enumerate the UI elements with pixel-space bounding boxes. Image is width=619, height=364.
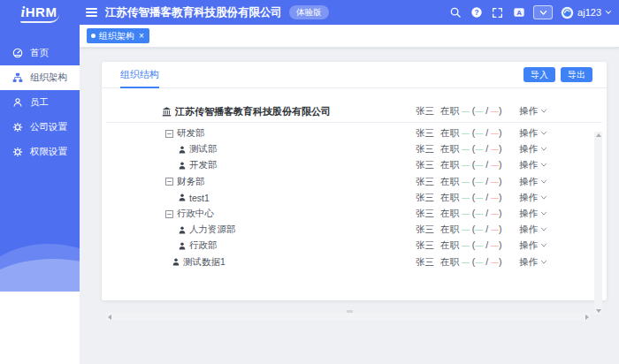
- main-content-area: 组织架构 × 组织结构 导入 导出 江苏传智播客教育科技股份有限公司 张三 在职…: [80, 25, 619, 364]
- username: aj123: [577, 7, 601, 18]
- sidebar-wave-decoration: [0, 259, 80, 292]
- company-title: 江苏传智播客教育科技股份有限公司: [105, 5, 282, 20]
- theme-dropdown[interactable]: [533, 5, 553, 19]
- sidebar-item-label: 员工: [30, 96, 49, 109]
- scroll-right-arrow[interactable]: [585, 315, 589, 320]
- action-label: 操作: [519, 127, 538, 140]
- actions-dropdown[interactable]: 操作: [519, 208, 547, 220]
- user-menu[interactable]: aj123: [561, 6, 612, 19]
- export-button[interactable]: 导出: [561, 67, 592, 82]
- sidebar-item-company-settings[interactable]: 公司设置: [0, 115, 80, 140]
- manager-name: 张三: [416, 208, 434, 220]
- person-icon: [179, 226, 186, 234]
- action-label: 操作: [519, 176, 538, 188]
- chevron-down-icon: [540, 260, 547, 265]
- chevron-down-icon: [540, 163, 547, 168]
- table-row: 研发部 张三 在职 — (— / —) 操作: [102, 125, 607, 141]
- hamburger-icon[interactable]: [86, 8, 97, 17]
- manager-name: 张三: [416, 176, 434, 188]
- tag-label: 组织架构: [99, 30, 134, 42]
- department-name: test1: [189, 193, 210, 203]
- manager-name: 张三: [416, 143, 434, 155]
- table-row: 测试部 张三 在职 — (— / —) 操作: [102, 141, 607, 157]
- search-icon[interactable]: [448, 6, 462, 19]
- action-label: 操作: [519, 256, 538, 269]
- svg-text:?: ?: [474, 8, 478, 17]
- actions-dropdown[interactable]: 操作: [519, 127, 547, 140]
- employment-status: 在职 — (— / —): [440, 127, 502, 140]
- employment-status: 在职 — (— / —): [440, 239, 502, 252]
- person-icon: [172, 258, 180, 266]
- department-name: 测试数据1: [183, 256, 225, 269]
- employment-status: 在职 — (— / —): [440, 208, 502, 220]
- tag-close-icon[interactable]: ×: [138, 32, 145, 41]
- card-header: 组织结构 导入 导出: [102, 62, 607, 88]
- table-row: test1 张三 在职 — (— / —) 操作: [102, 190, 607, 206]
- tags-view-bar: 组织架构 ×: [80, 25, 619, 48]
- actions-dropdown[interactable]: 操作: [519, 239, 547, 252]
- org-tree-icon: [12, 72, 23, 83]
- employment-status: 在职 — (— / —): [440, 176, 502, 188]
- scroll-down-arrow[interactable]: [596, 309, 601, 313]
- scroll-up-arrow[interactable]: [596, 133, 601, 137]
- chevron-down-icon: [540, 147, 547, 152]
- department-name: 江苏传智播客教育科技股份有限公司: [175, 105, 331, 118]
- actions-dropdown[interactable]: 操作: [519, 256, 547, 269]
- actions-dropdown[interactable]: 操作: [519, 176, 547, 188]
- manager-name: 张三: [416, 105, 434, 118]
- fullscreen-icon[interactable]: [491, 6, 504, 19]
- gear-icon: [12, 122, 23, 133]
- sidebar-item-employees[interactable]: 员工: [0, 90, 80, 115]
- table-row: 人力资源部 张三 在职 — (— / —) 操作: [102, 222, 607, 238]
- vertical-scrollbar[interactable]: [594, 132, 602, 315]
- table-row: 行政部 张三 在职 — (— / —) 操作: [102, 238, 607, 254]
- action-label: 操作: [519, 159, 538, 171]
- sidebar-item-label: 组织架构: [30, 72, 67, 84]
- dashboard-icon: [12, 48, 23, 58]
- actions-dropdown[interactable]: 操作: [519, 224, 547, 236]
- page-decoration-dash: [347, 310, 353, 313]
- logo-rest: HRM: [26, 4, 57, 19]
- horizontal-scrollbar[interactable]: [106, 313, 591, 321]
- employment-status: 在职 — (— / —): [440, 143, 502, 155]
- department-name: 测试部: [189, 143, 218, 155]
- employment-status: 在职 — (— / —): [440, 256, 502, 269]
- actions-dropdown[interactable]: 操作: [519, 105, 547, 118]
- sidebar-item-label: 首页: [30, 47, 49, 59]
- person-icon: [179, 162, 186, 170]
- tab-organization-structure[interactable]: 组织结构: [120, 62, 159, 88]
- sidebar: 首页 组织架构 员工 公司设置 权限设置: [0, 25, 80, 292]
- collapse-node-icon[interactable]: [165, 130, 173, 138]
- import-button[interactable]: 导入: [523, 67, 555, 82]
- help-icon[interactable]: ?: [470, 6, 483, 19]
- chevron-down-icon: [540, 243, 547, 248]
- collapse-node-icon[interactable]: [165, 210, 173, 218]
- app-logo: iHRM: [0, 0, 80, 25]
- caret-down-icon: [605, 10, 612, 15]
- department-name: 行政中心: [177, 208, 214, 220]
- department-name: 人力资源部: [189, 224, 236, 236]
- department-name: 开发部: [189, 159, 218, 171]
- organization-card: 组织结构 导入 导出 江苏传智播客教育科技股份有限公司 张三 在职 — (— /…: [102, 62, 607, 300]
- building-icon: [162, 107, 172, 117]
- translate-icon[interactable]: A: [512, 6, 525, 19]
- navbar-actions: ? A aj123: [448, 5, 619, 19]
- person-icon: [179, 242, 186, 250]
- chevron-down-icon: [540, 109, 547, 114]
- sidebar-item-home[interactable]: 首页: [0, 41, 80, 65]
- action-label: 操作: [519, 239, 538, 252]
- actions-dropdown[interactable]: 操作: [519, 143, 547, 155]
- person-icon: [179, 193, 186, 201]
- scroll-left-arrow[interactable]: [108, 315, 111, 320]
- action-label: 操作: [519, 208, 538, 220]
- navbar: iHRM 江苏传智播客教育科技股份有限公司 体验版 ? A aj123: [0, 0, 619, 25]
- actions-dropdown[interactable]: 操作: [519, 159, 547, 171]
- manager-name: 张三: [416, 127, 434, 140]
- chevron-down-icon: [540, 227, 547, 232]
- manager-name: 张三: [416, 159, 434, 171]
- sidebar-item-organization[interactable]: 组织架构: [0, 65, 80, 90]
- collapse-node-icon[interactable]: [165, 178, 173, 186]
- tag-organization[interactable]: 组织架构 ×: [87, 28, 149, 43]
- sidebar-item-permission-settings[interactable]: 权限设置: [0, 140, 80, 164]
- actions-dropdown[interactable]: 操作: [519, 192, 547, 204]
